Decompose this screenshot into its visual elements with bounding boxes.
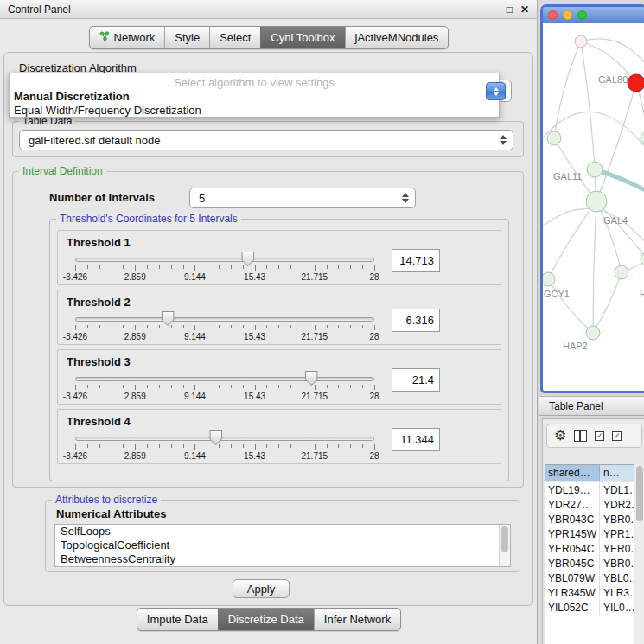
table-cell[interactable]: YER0… [600, 541, 634, 556]
checkbox-icon[interactable]: ✓ [612, 431, 622, 441]
table-panel-titlebar[interactable]: Table Panel [539, 396, 644, 416]
network-node[interactable] [615, 265, 628, 279]
table-data-combo[interactable]: galFiltered.sif default node [19, 130, 513, 150]
close-traffic-light[interactable] [548, 10, 558, 20]
table-cell[interactable]: YDL1… [600, 482, 634, 497]
table-cell[interactable]: YBL079W [545, 571, 600, 585]
float-window-icon[interactable]: □ [507, 4, 513, 15]
slider-thumb[interactable] [162, 311, 175, 326]
combo-arrows-button[interactable] [486, 82, 506, 100]
network-node[interactable] [543, 272, 555, 286]
threshold-value-field[interactable]: 21.4 [392, 368, 440, 392]
tab-select[interactable]: Select [209, 27, 260, 48]
table-row[interactable]: YDR27…YDR2… [545, 497, 634, 512]
network-edge[interactable] [596, 201, 644, 259]
tab-network[interactable]: Network [90, 27, 165, 48]
slider-track[interactable] [75, 377, 374, 381]
threshold-slider[interactable]: -3.4262.8599.14415.4321.71528 [75, 290, 374, 346]
table-cell[interactable]: YBR0… [600, 512, 634, 526]
tab-cyni-toolbox[interactable]: Cyni Toolbox [260, 27, 344, 48]
table-row[interactable]: YDL19…YDL1… [545, 482, 634, 497]
checkbox-icon[interactable]: ✓ [595, 431, 604, 441]
network-canvas[interactable]: GAL80GAL11GAL4GCY1HAP2H [543, 23, 644, 388]
network-view-window[interactable]: GAL80GAL11GAL4GCY1HAP2H [540, 4, 644, 393]
list-scrollbar[interactable] [499, 525, 510, 566]
slider-thumb[interactable] [241, 252, 254, 266]
table-cell[interactable]: YIL052C [545, 600, 600, 615]
table-cell[interactable]: YPR1… [600, 526, 634, 541]
table-cell[interactable]: YBR043C [545, 512, 600, 526]
threshold-value-field[interactable]: 14.713 [392, 249, 440, 272]
network-node[interactable] [641, 252, 644, 266]
network-edge[interactable] [543, 208, 644, 248]
table-row[interactable]: YER054CYER0… [545, 541, 634, 556]
table-row[interactable]: YIL052CYIL0… [545, 600, 634, 615]
table-row[interactable]: YBL079WYBL0… [545, 571, 634, 585]
numeric-attributes-list[interactable]: SelfLoopsTopologicalCoefficientBetweenne… [54, 524, 511, 567]
table-scrollbar[interactable] [634, 464, 644, 644]
network-node[interactable] [547, 131, 561, 145]
network-edge[interactable] [581, 39, 644, 67]
table-cell[interactable]: YLR3… [600, 585, 634, 600]
number-of-intervals-combo[interactable]: 5 [189, 188, 416, 208]
threshold-slider[interactable]: -3.4262.8599.14415.4321.71528 [75, 231, 374, 286]
network-edge[interactable] [596, 201, 622, 272]
close-icon[interactable]: ✕ [520, 4, 529, 15]
table-cell[interactable]: YLR345W [545, 585, 600, 600]
table-cell[interactable]: YBR045C [545, 556, 600, 571]
table-cell[interactable]: YDR2… [600, 497, 634, 512]
network-edge[interactable] [548, 279, 593, 333]
table-cell[interactable]: YDR27… [545, 497, 600, 512]
scale-label: 28 [369, 332, 379, 341]
threshold-slider[interactable]: -3.4262.8599.14415.4321.71528 [75, 410, 374, 465]
table-cell[interactable]: YER054C [545, 541, 600, 556]
gear-icon[interactable]: ⚙ [554, 429, 566, 443]
slider-thumb[interactable] [305, 371, 318, 386]
list-item[interactable]: BetweennessCentrality [55, 552, 510, 566]
network-node[interactable] [641, 131, 644, 145]
network-node[interactable] [586, 191, 607, 212]
dropdown-option-manual[interactable]: Manual Discretization [14, 90, 130, 103]
list-item[interactable]: TopologicalCoefficient [55, 539, 510, 552]
apply-button[interactable]: Apply [233, 579, 290, 598]
table-row[interactable]: YLR345WYLR3… [545, 585, 634, 600]
table-row[interactable]: YBR043CYBR0… [545, 512, 634, 526]
slider-track[interactable] [75, 317, 374, 322]
tab-impute-data[interactable]: Impute Data [137, 609, 218, 630]
threshold-value-field[interactable]: 6.316 [392, 309, 440, 332]
slider-thumb[interactable] [209, 430, 222, 445]
zoom-traffic-light[interactable] [577, 10, 587, 20]
tab-discretize-data[interactable]: Discretize Data [218, 609, 314, 630]
network-node[interactable] [586, 326, 600, 340]
network-edge[interactable] [593, 201, 596, 333]
list-item[interactable]: SelfLoops [55, 525, 510, 539]
network-node[interactable] [628, 74, 644, 92]
slider-track[interactable] [75, 258, 374, 262]
minimize-traffic-light[interactable] [563, 10, 572, 20]
column-header-name[interactable]: n… [600, 465, 634, 481]
scrollbar-thumb[interactable] [501, 526, 508, 552]
control-panel-titlebar[interactable]: Control Panel □ ✕ [0, 0, 537, 19]
slider-track[interactable] [75, 437, 374, 441]
table-cell[interactable]: YBL0… [600, 571, 634, 585]
columns-icon[interactable] [574, 430, 587, 442]
network-edge[interactable] [593, 272, 622, 333]
network-node[interactable] [575, 35, 587, 48]
threshold-value-field[interactable]: 11.344 [392, 428, 440, 451]
table-cell[interactable]: YPR145W [545, 526, 600, 541]
table-cell[interactable]: YBR0… [600, 556, 634, 571]
dropdown-option-equal-width[interactable]: Equal Width/Frequency Discretization [14, 104, 201, 117]
threshold-slider[interactable]: -3.4262.8599.14415.4321.71528 [75, 350, 374, 405]
table-cell[interactable]: YDL19… [545, 482, 600, 497]
tab-jactivemnodules[interactable]: jActiveMNodules [345, 27, 449, 48]
network-window-titlebar[interactable] [543, 7, 644, 23]
table-cell[interactable]: YIL0… [600, 600, 634, 615]
table-row[interactable]: YBR045CYBR0… [545, 556, 634, 571]
scrollbar-thumb[interactable] [636, 466, 643, 521]
column-header-shared-name[interactable]: shared… [545, 465, 600, 481]
table-row[interactable]: YPR145WYPR1… [545, 526, 634, 541]
tab-style[interactable]: Style [164, 27, 209, 48]
network-edge[interactable] [548, 201, 596, 279]
tab-infer-network[interactable]: Infer Network [314, 609, 400, 630]
network-node[interactable] [587, 162, 603, 177]
